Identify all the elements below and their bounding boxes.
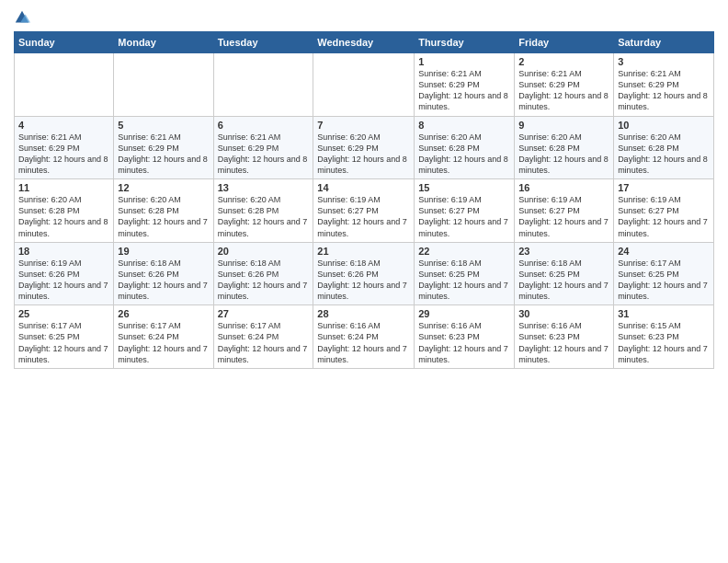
day-number: 8 [418, 120, 510, 131]
calendar-cell [15, 53, 114, 117]
day-number: 1 [418, 56, 510, 67]
calendar-cell: 22Sunrise: 6:18 AM Sunset: 6:25 PM Dayli… [415, 242, 515, 305]
calendar-cell: 8Sunrise: 6:20 AM Sunset: 6:28 PM Daylig… [415, 116, 515, 179]
calendar-cell: 14Sunrise: 6:19 AM Sunset: 6:27 PM Dayli… [313, 179, 415, 243]
day-info: Sunrise: 6:19 AM Sunset: 6:27 PM Dayligh… [518, 194, 609, 239]
calendar-cell: 13Sunrise: 6:20 AM Sunset: 6:28 PM Dayli… [213, 179, 313, 243]
day-number: 17 [618, 182, 710, 193]
col-friday: Friday [515, 32, 614, 53]
calendar-cell: 17Sunrise: 6:19 AM Sunset: 6:27 PM Dayli… [614, 179, 714, 243]
calendar-cell: 1Sunrise: 6:21 AM Sunset: 6:29 PM Daylig… [415, 53, 515, 117]
calendar-header: Sunday Monday Tuesday Wednesday Thursday… [15, 32, 714, 53]
day-info: Sunrise: 6:19 AM Sunset: 6:27 PM Dayligh… [317, 194, 410, 239]
day-number: 9 [518, 120, 609, 131]
calendar-week-3: 18Sunrise: 6:19 AM Sunset: 6:26 PM Dayli… [15, 242, 714, 305]
day-info: Sunrise: 6:20 AM Sunset: 6:28 PM Dayligh… [18, 194, 109, 239]
calendar-cell: 11Sunrise: 6:20 AM Sunset: 6:28 PM Dayli… [15, 179, 114, 243]
day-number: 7 [317, 120, 410, 131]
calendar-cell: 9Sunrise: 6:20 AM Sunset: 6:28 PM Daylig… [515, 116, 614, 179]
day-number: 18 [18, 246, 109, 257]
day-number: 10 [618, 120, 710, 131]
day-info: Sunrise: 6:17 AM Sunset: 6:25 PM Dayligh… [618, 258, 710, 303]
day-number: 25 [18, 308, 109, 319]
day-number: 15 [418, 182, 510, 193]
day-info: Sunrise: 6:20 AM Sunset: 6:28 PM Dayligh… [618, 132, 710, 177]
day-info: Sunrise: 6:15 AM Sunset: 6:23 PM Dayligh… [618, 320, 710, 365]
day-info: Sunrise: 6:17 AM Sunset: 6:24 PM Dayligh… [218, 320, 310, 365]
day-info: Sunrise: 6:18 AM Sunset: 6:26 PM Dayligh… [317, 258, 410, 303]
day-number: 28 [317, 308, 410, 319]
day-info: Sunrise: 6:16 AM Sunset: 6:23 PM Dayligh… [518, 320, 609, 365]
calendar-cell: 24Sunrise: 6:17 AM Sunset: 6:25 PM Dayli… [614, 242, 714, 305]
day-number: 5 [118, 120, 209, 131]
col-tuesday: Tuesday [213, 32, 313, 53]
col-sunday: Sunday [15, 32, 114, 53]
day-info: Sunrise: 6:16 AM Sunset: 6:23 PM Dayligh… [418, 320, 510, 365]
day-info: Sunrise: 6:17 AM Sunset: 6:25 PM Dayligh… [18, 320, 109, 365]
day-info: Sunrise: 6:21 AM Sunset: 6:29 PM Dayligh… [418, 68, 510, 113]
day-number: 29 [418, 308, 510, 319]
calendar-cell: 19Sunrise: 6:18 AM Sunset: 6:26 PM Dayli… [114, 242, 213, 305]
logo-icon [14, 9, 30, 26]
day-number: 21 [317, 246, 410, 257]
day-number: 19 [118, 246, 209, 257]
day-number: 30 [518, 308, 609, 319]
calendar-cell: 29Sunrise: 6:16 AM Sunset: 6:23 PM Dayli… [415, 305, 515, 369]
day-info: Sunrise: 6:21 AM Sunset: 6:29 PM Dayligh… [18, 132, 109, 177]
day-number: 3 [618, 56, 710, 67]
day-number: 6 [218, 120, 310, 131]
calendar-cell: 18Sunrise: 6:19 AM Sunset: 6:26 PM Dayli… [15, 242, 114, 305]
calendar-cell: 4Sunrise: 6:21 AM Sunset: 6:29 PM Daylig… [15, 116, 114, 179]
calendar-cell: 16Sunrise: 6:19 AM Sunset: 6:27 PM Dayli… [515, 179, 614, 243]
day-number: 22 [418, 246, 510, 257]
day-info: Sunrise: 6:20 AM Sunset: 6:28 PM Dayligh… [118, 194, 209, 239]
day-info: Sunrise: 6:21 AM Sunset: 6:29 PM Dayligh… [218, 132, 310, 177]
day-number: 31 [618, 308, 710, 319]
day-info: Sunrise: 6:20 AM Sunset: 6:28 PM Dayligh… [418, 132, 510, 177]
day-info: Sunrise: 6:19 AM Sunset: 6:27 PM Dayligh… [418, 194, 510, 239]
day-info: Sunrise: 6:19 AM Sunset: 6:27 PM Dayligh… [618, 194, 710, 239]
day-info: Sunrise: 6:20 AM Sunset: 6:28 PM Dayligh… [518, 132, 609, 177]
calendar-cell: 25Sunrise: 6:17 AM Sunset: 6:25 PM Dayli… [15, 305, 114, 369]
day-info: Sunrise: 6:19 AM Sunset: 6:26 PM Dayligh… [18, 258, 109, 303]
calendar-cell: 20Sunrise: 6:18 AM Sunset: 6:26 PM Dayli… [213, 242, 313, 305]
calendar-cell: 6Sunrise: 6:21 AM Sunset: 6:29 PM Daylig… [213, 116, 313, 179]
calendar-cell: 15Sunrise: 6:19 AM Sunset: 6:27 PM Dayli… [415, 179, 515, 243]
calendar-cell: 12Sunrise: 6:20 AM Sunset: 6:28 PM Dayli… [114, 179, 213, 243]
day-info: Sunrise: 6:17 AM Sunset: 6:24 PM Dayligh… [118, 320, 209, 365]
calendar-table: Sunday Monday Tuesday Wednesday Thursday… [14, 31, 714, 369]
calendar-cell: 7Sunrise: 6:20 AM Sunset: 6:29 PM Daylig… [313, 116, 415, 179]
day-info: Sunrise: 6:18 AM Sunset: 6:25 PM Dayligh… [518, 258, 609, 303]
calendar-cell: 28Sunrise: 6:16 AM Sunset: 6:24 PM Dayli… [313, 305, 415, 369]
day-number: 27 [218, 308, 310, 319]
col-thursday: Thursday [415, 32, 515, 53]
day-number: 14 [317, 182, 410, 193]
day-info: Sunrise: 6:16 AM Sunset: 6:24 PM Dayligh… [317, 320, 410, 365]
day-number: 24 [618, 246, 710, 257]
calendar-cell: 3Sunrise: 6:21 AM Sunset: 6:29 PM Daylig… [614, 53, 714, 117]
logo [14, 9, 34, 26]
col-wednesday: Wednesday [313, 32, 415, 53]
day-info: Sunrise: 6:20 AM Sunset: 6:28 PM Dayligh… [218, 194, 310, 239]
day-info: Sunrise: 6:21 AM Sunset: 6:29 PM Dayligh… [118, 132, 209, 177]
calendar-cell [313, 53, 415, 117]
calendar-week-2: 11Sunrise: 6:20 AM Sunset: 6:28 PM Dayli… [15, 179, 714, 243]
page: Sunday Monday Tuesday Wednesday Thursday… [0, 0, 728, 563]
calendar-cell: 31Sunrise: 6:15 AM Sunset: 6:23 PM Dayli… [614, 305, 714, 369]
day-info: Sunrise: 6:18 AM Sunset: 6:25 PM Dayligh… [418, 258, 510, 303]
calendar-cell: 30Sunrise: 6:16 AM Sunset: 6:23 PM Dayli… [515, 305, 614, 369]
day-info: Sunrise: 6:21 AM Sunset: 6:29 PM Dayligh… [518, 68, 609, 113]
calendar-week-4: 25Sunrise: 6:17 AM Sunset: 6:25 PM Dayli… [15, 305, 714, 369]
calendar-cell: 5Sunrise: 6:21 AM Sunset: 6:29 PM Daylig… [114, 116, 213, 179]
header [14, 9, 714, 26]
day-number: 13 [218, 182, 310, 193]
day-number: 26 [118, 308, 209, 319]
calendar-cell: 23Sunrise: 6:18 AM Sunset: 6:25 PM Dayli… [515, 242, 614, 305]
day-number: 16 [518, 182, 609, 193]
col-saturday: Saturday [614, 32, 714, 53]
day-number: 23 [518, 246, 609, 257]
calendar-cell: 21Sunrise: 6:18 AM Sunset: 6:26 PM Dayli… [313, 242, 415, 305]
day-number: 11 [18, 182, 109, 193]
calendar-body: 1Sunrise: 6:21 AM Sunset: 6:29 PM Daylig… [15, 53, 714, 369]
header-row: Sunday Monday Tuesday Wednesday Thursday… [15, 32, 714, 53]
